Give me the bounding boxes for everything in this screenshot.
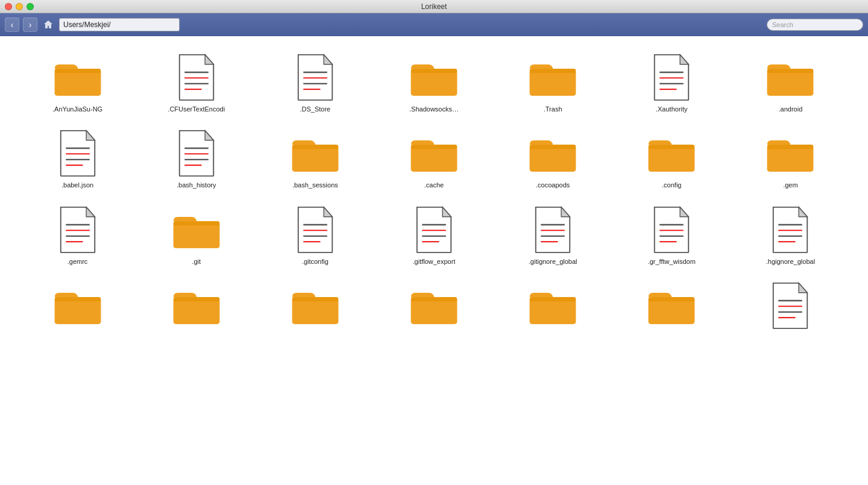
file-item[interactable]: .Shadowsocks… <box>374 48 493 118</box>
file-item[interactable]: .CFUserTextEncodi <box>137 48 256 118</box>
file-name: .gemrc <box>68 257 88 266</box>
svg-rect-88 <box>530 297 576 301</box>
folder-icon <box>54 53 102 101</box>
file-name: .gitconfig <box>302 257 329 266</box>
toolbar: ‹ › Users/Meskjei/ Search <box>0 13 868 36</box>
document-icon <box>54 205 102 254</box>
file-item[interactable] <box>18 277 137 338</box>
svg-rect-15 <box>530 71 576 96</box>
file-item[interactable]: .git <box>137 201 256 271</box>
folder-icon <box>766 129 814 177</box>
file-item[interactable]: .gr_fftw_wisdom <box>612 201 731 271</box>
file-name: .CFUserTextEncodi <box>168 105 225 113</box>
file-grid: .AnYunJiaSu-NG .CFUserTextEncodi .DS_Sto… <box>0 36 868 485</box>
file-item[interactable]: .gem <box>731 124 850 194</box>
file-item[interactable]: .gitflow_export <box>374 201 493 271</box>
file-item[interactable]: .cocoapods <box>494 124 612 194</box>
title-bar: Lorikeet <box>0 0 868 13</box>
svg-rect-53 <box>173 221 219 225</box>
back-button[interactable]: ‹ <box>5 17 19 32</box>
file-name: .cache <box>424 181 444 189</box>
document-icon <box>172 53 221 101</box>
svg-rect-79 <box>173 297 219 301</box>
file-name: .git <box>192 257 201 266</box>
document-icon <box>410 205 458 254</box>
window-controls[interactable] <box>5 3 34 10</box>
file-item[interactable] <box>256 277 374 338</box>
file-item[interactable]: .bash_sessions <box>256 124 374 194</box>
folder-icon <box>529 53 577 101</box>
file-name: .gitflow_export <box>413 257 456 266</box>
file-name: .DS_Store <box>300 105 330 113</box>
file-name: .android <box>779 105 803 113</box>
svg-rect-39 <box>530 147 576 172</box>
file-name: .Shadowsocks… <box>409 105 459 113</box>
file-name: .gitignore_global <box>529 257 577 266</box>
folder-icon <box>54 281 102 330</box>
svg-rect-87 <box>530 299 576 324</box>
svg-rect-91 <box>649 297 694 301</box>
folder-icon <box>410 53 458 101</box>
file-name: .bash_history <box>177 181 216 189</box>
svg-rect-78 <box>173 299 219 324</box>
svg-rect-2 <box>54 69 100 73</box>
file-item[interactable] <box>612 277 731 338</box>
file-name: .babel.json <box>61 181 93 189</box>
content-area: .AnYunJiaSu-NG .CFUserTextEncodi .DS_Sto… <box>0 36 868 485</box>
file-name: .cocoapods <box>536 181 570 189</box>
svg-rect-40 <box>530 145 576 149</box>
file-item[interactable] <box>731 277 850 338</box>
folder-icon <box>410 281 458 330</box>
folder-icon <box>529 281 577 330</box>
svg-rect-90 <box>649 299 694 324</box>
file-name: .gr_fftw_wisdom <box>648 257 696 266</box>
file-item[interactable]: .gitignore_global <box>494 201 612 271</box>
file-item[interactable] <box>374 277 493 338</box>
folder-icon <box>647 281 696 330</box>
file-item[interactable]: .AnYunJiaSu-NG <box>18 48 137 118</box>
svg-rect-23 <box>767 69 813 73</box>
maximize-button[interactable] <box>27 3 34 10</box>
search-input[interactable]: Search <box>767 19 863 31</box>
svg-rect-45 <box>767 147 813 172</box>
file-name: .AnYunJiaSu-NG <box>52 105 102 113</box>
file-item[interactable]: .gemrc <box>18 201 137 271</box>
file-name: .Trash <box>544 105 562 113</box>
svg-rect-84 <box>411 299 457 324</box>
document-icon <box>54 129 102 177</box>
document-icon <box>291 53 339 101</box>
minimize-button[interactable] <box>16 3 23 10</box>
window-title: Lorikeet <box>421 2 447 11</box>
folder-icon <box>291 281 339 330</box>
file-item[interactable]: .gitconfig <box>256 201 374 271</box>
file-item[interactable]: .hgignore_global <box>731 201 850 271</box>
file-name: .config <box>662 181 681 189</box>
svg-rect-13 <box>411 69 457 73</box>
file-item[interactable]: .Xauthority <box>612 48 731 118</box>
path-bar[interactable]: Users/Meskjei/ <box>59 18 180 31</box>
svg-rect-22 <box>767 71 813 96</box>
forward-button[interactable]: › <box>23 17 37 32</box>
svg-rect-37 <box>411 145 457 149</box>
file-name: .hgignore_global <box>766 257 815 266</box>
document-icon <box>766 281 814 330</box>
folder-icon <box>172 205 221 254</box>
file-item[interactable]: .config <box>612 124 731 194</box>
file-item[interactable] <box>137 277 256 338</box>
file-item[interactable]: .android <box>731 48 850 118</box>
file-item[interactable]: .DS_Store <box>256 48 374 118</box>
folder-icon <box>647 129 696 177</box>
file-item[interactable]: .babel.json <box>18 124 137 194</box>
close-button[interactable] <box>5 3 12 10</box>
folder-icon <box>529 129 577 177</box>
file-item[interactable] <box>494 277 612 338</box>
file-item[interactable]: .Trash <box>494 48 612 118</box>
svg-rect-82 <box>292 297 338 301</box>
file-item[interactable]: .bash_history <box>137 124 256 194</box>
svg-rect-16 <box>530 69 576 73</box>
file-item[interactable]: .cache <box>374 124 493 194</box>
svg-rect-46 <box>767 145 813 149</box>
svg-rect-52 <box>173 223 219 248</box>
home-button[interactable] <box>41 17 55 32</box>
folder-icon <box>172 281 221 330</box>
